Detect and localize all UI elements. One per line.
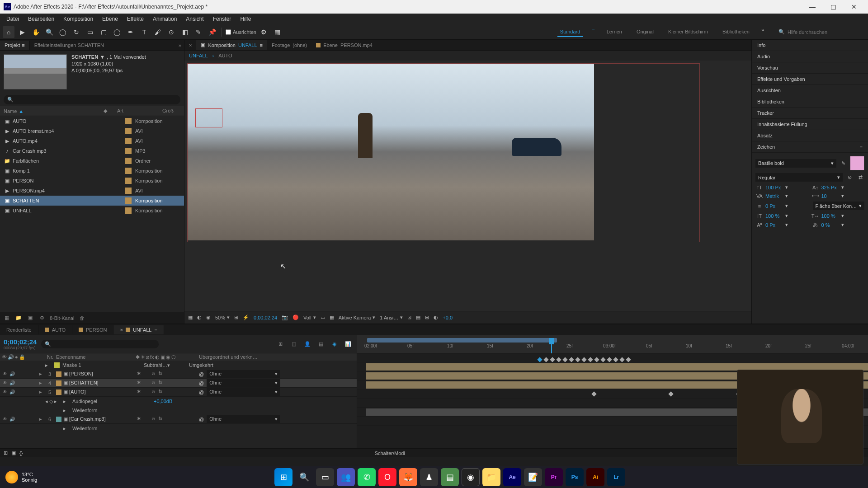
- comp-flowchart-icon[interactable]: ⊞: [275, 339, 286, 350]
- workspace-overflow-icon[interactable]: »: [761, 27, 764, 37]
- menu-komposition[interactable]: Komposition: [59, 14, 98, 24]
- item-label-color[interactable]: [125, 158, 132, 164]
- stroke-value[interactable]: 0 Px: [765, 203, 783, 209]
- parent-select[interactable]: Ohne▾: [207, 379, 280, 387]
- item-label-color[interactable]: [125, 148, 132, 154]
- solo-toggle[interactable]: [16, 416, 23, 422]
- panel-ausrichten[interactable]: Ausrichten: [752, 85, 868, 96]
- layer-row[interactable]: 👁 🔊 ▸ 5 ▣ [AUTO] ✱ ⧄fx @ Ohne▾: [0, 388, 357, 397]
- eraser-tool[interactable]: ◧: [179, 26, 191, 38]
- lock-col-icon[interactable]: 🔒: [19, 354, 25, 360]
- parent-select[interactable]: Ohne▾: [207, 370, 280, 378]
- interpret-footage-icon[interactable]: ▦: [3, 314, 11, 322]
- shy-switch[interactable]: ✱: [136, 371, 142, 377]
- taskbar-app[interactable]: ▤: [441, 468, 459, 486]
- taskbar-illustrator[interactable]: Ai: [586, 468, 604, 486]
- parent-pickwhip-icon[interactable]: @: [199, 371, 204, 377]
- eye-col-icon[interactable]: 👁: [2, 354, 7, 360]
- video-preview[interactable]: [187, 63, 594, 240]
- twirl-icon[interactable]: ▸: [36, 389, 45, 395]
- taskbar-app[interactable]: ♟: [420, 468, 438, 486]
- timeline-ruler[interactable]: 02:00f05f10f15f20f25f03:00f05f10f15f20f2…: [357, 335, 868, 353]
- solo-toggle[interactable]: [16, 389, 23, 395]
- selection-tool[interactable]: ▶: [16, 26, 28, 38]
- weather-widget[interactable]: 13°C Sonnig: [5, 471, 37, 483]
- project-tab[interactable]: Projekt ≡: [0, 41, 30, 50]
- workspace-menu-icon[interactable]: ≡: [592, 27, 594, 37]
- timeline-footer-icon[interactable]: {}: [19, 450, 23, 456]
- help-search[interactable]: 🔍: [775, 28, 865, 36]
- taskbar-teams[interactable]: 👥: [337, 468, 355, 486]
- tl-tab-unfall[interactable]: × UNFALL ≡: [113, 325, 164, 334]
- hscale-value[interactable]: 100 %: [821, 213, 840, 219]
- tracking-value[interactable]: 10: [821, 193, 840, 199]
- panel-audio[interactable]: Audio: [752, 51, 868, 62]
- leading-value[interactable]: 325 Px: [821, 185, 840, 190]
- taskbar-whatsapp[interactable]: ✆: [358, 468, 376, 486]
- brush-tool[interactable]: 🖌: [152, 26, 164, 38]
- fill-color-swatch[interactable]: [850, 156, 864, 170]
- project-search[interactable]: 🔍: [4, 95, 180, 104]
- workspace-original[interactable]: Original: [634, 27, 656, 37]
- item-label-color[interactable]: [125, 118, 132, 124]
- visibility-toggle[interactable]: 👁: [2, 389, 8, 395]
- audio-toggle[interactable]: 🔊: [9, 380, 15, 386]
- taskbar-obs[interactable]: ◉: [462, 468, 480, 486]
- channel-icon[interactable]: 🔴: [292, 314, 299, 320]
- parent-select[interactable]: Ohne▾: [207, 388, 280, 396]
- viewer-tab-layer[interactable]: Ebene PERSON.mp4: [311, 41, 377, 50]
- workspace-lernen[interactable]: Lernen: [604, 27, 625, 37]
- panel-bibliotheken[interactable]: Bibliotheken: [752, 96, 868, 108]
- layer-row[interactable]: 👁 🔊 ▸ 6 ▣ [Car Crash.mp3] ✱ ⧄fx @ Ohne▾: [0, 415, 357, 424]
- audio-toggle[interactable]: 🔊: [9, 371, 15, 377]
- shy-switch[interactable]: ✱: [136, 389, 142, 395]
- menu-datei[interactable]: Datei: [2, 14, 24, 24]
- graph-editor-icon[interactable]: 📊: [343, 339, 354, 350]
- layer-color[interactable]: [56, 389, 61, 395]
- selection-outline[interactable]: [195, 108, 222, 127]
- home-tool[interactable]: ⌂: [3, 26, 14, 38]
- solo-toggle[interactable]: [16, 371, 23, 377]
- twirl-icon[interactable]: ▸: [36, 416, 45, 422]
- parent-pickwhip-icon[interactable]: @: [199, 389, 204, 395]
- audio-toggle[interactable]: 🔊: [9, 389, 15, 395]
- layer-row[interactable]: 👁 🔊 ▸ 3 ▣ [PERSON] ✱ ⧄fx @ Ohne▾: [0, 370, 357, 379]
- mask-toggle-icon[interactable]: ◐: [197, 314, 202, 320]
- text-tool[interactable]: T: [138, 26, 150, 38]
- menu-fenster[interactable]: Fenster: [208, 14, 236, 24]
- frameblend-icon[interactable]: ▤: [316, 339, 326, 350]
- taskbar-search[interactable]: 🔍: [295, 468, 313, 486]
- project-item[interactable]: ▣ AUTO Komposition: [0, 116, 184, 126]
- project-item[interactable]: ▶ AUTO.mp4 AVI: [0, 136, 184, 146]
- new-folder-icon[interactable]: 📁: [14, 314, 23, 322]
- layer-name[interactable]: ▣ [SCHATTEN]: [63, 380, 136, 386]
- panel-effekte[interactable]: Effekte und Vorgaben: [752, 74, 868, 85]
- item-label-color[interactable]: [125, 128, 132, 134]
- item-label-color[interactable]: [125, 188, 132, 194]
- col-tag[interactable]: ◆: [104, 108, 117, 114]
- menu-ansicht[interactable]: Ansicht: [181, 14, 208, 24]
- tl-tab-renderliste[interactable]: Renderliste: [0, 325, 38, 334]
- vscale-value[interactable]: 100 %: [765, 213, 783, 219]
- project-item[interactable]: ▣ Komp 1 Komposition: [0, 166, 184, 176]
- visibility-toggle[interactable]: 👁: [2, 416, 8, 422]
- panel-absatz[interactable]: Absatz: [752, 130, 868, 141]
- project-item[interactable]: 📁 Farbflächen Ordner: [0, 156, 184, 166]
- track-row[interactable]: [357, 353, 868, 362]
- taskbar-after-effects[interactable]: Ae: [503, 468, 521, 486]
- toggle-switches-icon[interactable]: ⊞: [4, 450, 8, 456]
- viewer-tab-footage[interactable]: Footage (ohne): [267, 41, 311, 50]
- eyedropper-icon[interactable]: ✎: [839, 160, 847, 166]
- workspace-bibliotheken[interactable]: Bibliotheken: [720, 27, 752, 37]
- maximize-button[interactable]: ▢: [823, 0, 844, 14]
- shy-icon[interactable]: 👤: [302, 339, 313, 350]
- project-item[interactable]: ♪ Car Crash.mp3 MP3: [0, 146, 184, 156]
- grid-icon[interactable]: ⊞: [425, 314, 429, 320]
- project-item-list[interactable]: ▣ AUTO Komposition▶ AUTO bremst.mp4 AVI▶…: [0, 116, 184, 312]
- menu-hilfe[interactable]: Hilfe: [236, 14, 255, 24]
- stroke-option-select[interactable]: Fläche über Kon…▾: [813, 202, 865, 210]
- item-label-color[interactable]: [125, 168, 132, 174]
- ellipse-tool[interactable]: ◯: [111, 26, 123, 38]
- snap-toggle[interactable]: Ausrichten: [226, 29, 256, 35]
- menu-effekte[interactable]: Effekte: [123, 14, 148, 24]
